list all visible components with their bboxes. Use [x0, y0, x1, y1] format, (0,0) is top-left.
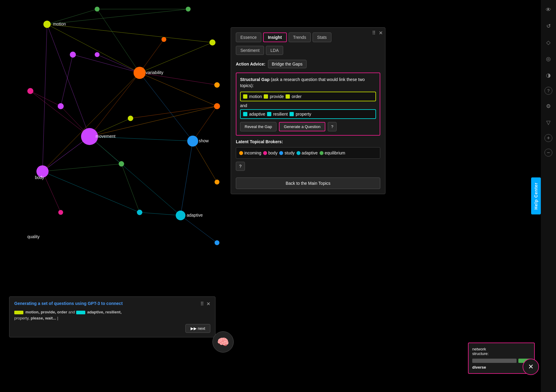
topic-tag-property: property [296, 112, 311, 117]
svg-point-54 [215, 240, 219, 245]
broker-label-study: study [284, 150, 294, 155]
svg-point-51 [58, 210, 63, 215]
tab-sentiment[interactable]: Sentiment [236, 46, 264, 55]
notif-tail: property, please, wait... | [14, 316, 58, 320]
minus-icon[interactable]: − [544, 149, 552, 157]
broker-label-body: body [268, 150, 277, 155]
diamond-icon[interactable]: ◇ [544, 38, 553, 47]
network-bar-container [472, 358, 531, 364]
tab-trends[interactable]: Trends [289, 32, 311, 42]
svg-point-65 [176, 211, 185, 220]
svg-point-39 [95, 7, 100, 12]
svg-text:show: show [199, 138, 209, 143]
question-icon[interactable]: ? [544, 87, 552, 95]
brokers-box: incoming body study adaptive equilibrium [236, 147, 380, 159]
topic-tag-adaptive: adaptive [249, 112, 265, 117]
broker-equilibrium: equilibrium [320, 150, 345, 155]
eye-icon[interactable]: 👁 [544, 5, 553, 15]
network-bar-gray [472, 359, 517, 363]
topic-dot-property [290, 112, 294, 116]
svg-point-53 [215, 180, 219, 184]
notif-close-icon[interactable]: ✕ [206, 301, 210, 307]
brokers-question-mark-button[interactable]: ? [236, 162, 245, 171]
generate-question-button[interactable]: Generate a Question [279, 122, 325, 131]
brain-icon[interactable]: 🧠 [212, 331, 234, 353]
svg-point-52 [137, 210, 142, 215]
circle-settings-icon[interactable]: ◎ [544, 54, 553, 64]
back-to-main-topics-button[interactable]: Back to the Main Topics [236, 177, 380, 189]
topic-dot-adaptive [243, 112, 247, 116]
svg-point-49 [128, 116, 133, 121]
tab-essence[interactable]: Essence [236, 32, 261, 42]
svg-point-47 [214, 82, 220, 88]
broker-dot-body [263, 151, 267, 155]
svg-point-45 [27, 88, 33, 94]
broker-study: study [279, 150, 294, 155]
plus-icon[interactable]: + [544, 134, 552, 142]
gap-question-mark-button[interactable]: ? [328, 122, 337, 131]
undo-icon[interactable]: ↺ [544, 21, 553, 31]
svg-text:body: body [35, 175, 44, 180]
topic-tag-motion: motion [249, 94, 262, 99]
topic-group-2: adaptive resilient property [240, 109, 376, 119]
broker-adaptive: adaptive [297, 150, 318, 155]
notif-and: and [68, 310, 76, 314]
notif-tag-cyan [76, 311, 85, 314]
drag-handle-icon[interactable]: ⠿ [372, 30, 376, 36]
svg-point-46 [58, 103, 64, 109]
action-advice-row: Action Advice: Bridge the Gaps [236, 60, 380, 68]
topic-dot-order [286, 94, 290, 99]
action-advice-label: Action Advice: [236, 62, 266, 66]
network-label: networkstructure: [472, 347, 531, 356]
svg-point-50 [119, 161, 124, 167]
close-bottom-right-button[interactable]: ✕ [523, 359, 539, 375]
broker-dot-incoming [239, 151, 243, 155]
next-button[interactable]: ▶▶ next [185, 324, 210, 333]
broker-label-adaptive: adaptive [302, 150, 318, 155]
svg-text:motion: motion [53, 22, 66, 26]
notif-drag-icon[interactable]: ⠿ [200, 301, 204, 307]
svg-text:movement: movement [96, 134, 115, 139]
broker-label-incoming: incoming [244, 150, 261, 155]
svg-text:adaptive: adaptive [187, 213, 203, 218]
notification-content: motion, provide, order and adaptive, res… [14, 309, 210, 321]
svg-point-41 [161, 37, 166, 42]
network-diverse-label: diverse [472, 365, 531, 370]
topic-dot-resilient [267, 112, 271, 116]
insight-panel: ⠿ ✕ Essence Insight Trends Stats Sentime… [231, 27, 385, 194]
brokers-row: incoming body study adaptive equilibrium [239, 150, 377, 155]
topic-dot-provide [264, 94, 268, 99]
right-toolbar: 👁 ↺ ◇ ◎ ◑ ? ⚙ ▽ + − [541, 0, 556, 392]
and-label: and [240, 103, 376, 108]
notification-box: Generating a set of questions using GPT-… [9, 296, 215, 337]
svg-text:variability: variability [146, 70, 163, 75]
tab-stats[interactable]: Stats [313, 32, 331, 42]
structural-gap-strong: Structural Gap [240, 77, 270, 82]
notif-tag-yellow [14, 311, 23, 314]
tab-insight[interactable]: Insight [263, 32, 287, 42]
topic-tag-order: order [292, 94, 302, 99]
topic-dot-motion [243, 94, 247, 99]
help-center-tab[interactable]: Help Center [531, 177, 541, 215]
close-panel-icon[interactable]: ✕ [379, 30, 383, 36]
reveal-gap-button[interactable]: Reveal the Gap [240, 122, 276, 131]
topic-tag-provide: provide [270, 94, 284, 99]
svg-point-44 [95, 52, 100, 57]
structural-gap-box: Structural Gap (ask a research question … [236, 73, 380, 136]
contrast-icon[interactable]: ◑ [544, 70, 553, 80]
broker-dot-study [279, 151, 283, 155]
svg-point-63 [187, 136, 198, 147]
svg-point-55 [43, 21, 51, 28]
filter-icon[interactable]: ▽ [544, 118, 553, 127]
close-x-icon: ✕ [528, 363, 534, 371]
broker-body: body [263, 150, 277, 155]
broker-incoming: incoming [239, 150, 261, 155]
gear-icon[interactable]: ⚙ [544, 101, 553, 111]
tabs-row-2: Sentiment LDA [236, 46, 380, 55]
svg-point-42 [209, 39, 215, 46]
tab-lda[interactable]: LDA [266, 46, 283, 55]
action-advice-value: Bridge the Gaps [268, 60, 307, 68]
broker-label-equilibrium: equilibrium [325, 150, 345, 155]
structural-gap-title: Structural Gap (ask a research question … [240, 77, 376, 89]
notif-text-adaptive: adaptive, resilient, [87, 310, 121, 314]
